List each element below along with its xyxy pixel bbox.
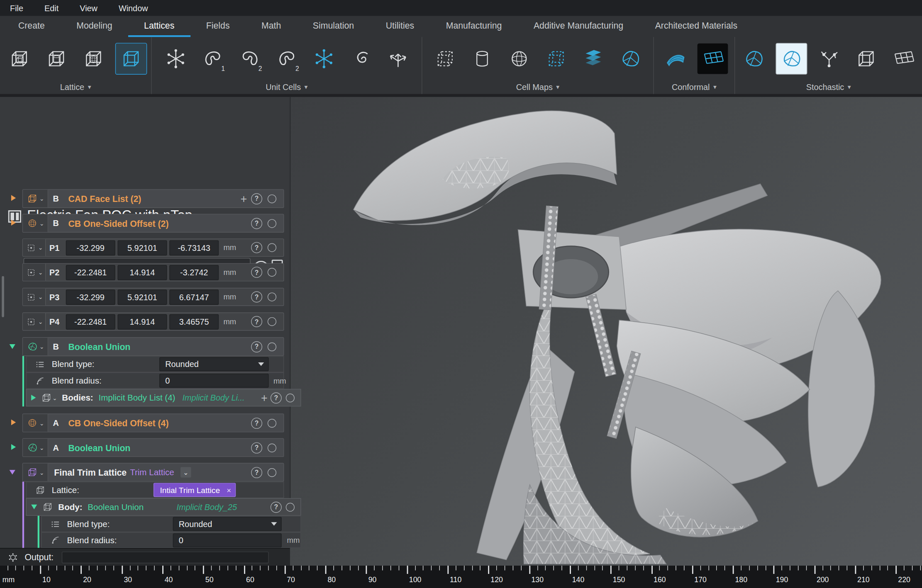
blend-radius-input[interactable]: 0 [159,374,269,388]
point-icon-box[interactable]: ⌄ [23,313,46,330]
block-row-boolean-union-a[interactable]: ⌄ A Boolean Union ? [22,438,284,457]
block-type-label[interactable]: Trim Lattice [130,468,174,477]
tool-stochastic-boxed-mesh-button[interactable] [776,43,807,74]
tool-cell-map-cylinder-button[interactable] [467,43,498,74]
coord-x-field[interactable]: -32.299 [66,289,115,305]
tab-manufacturing[interactable]: Manufacturing [430,16,517,37]
block-row-cb-offset-2[interactable]: ⌄ B CB One-Sided Offset (2) ? [22,214,284,233]
block-label[interactable]: Boolean Union [68,442,130,452]
display-toggle-icon[interactable] [268,194,276,203]
tool-conformal-surface-button[interactable] [660,43,691,74]
blend-type-dropdown[interactable]: Rounded [159,357,269,371]
block-type-icon-box[interactable]: ⌄ [23,439,48,456]
help-icon[interactable]: ? [251,267,262,278]
expander-expanded[interactable] [31,505,37,509]
display-toggle-icon[interactable] [286,503,295,511]
help-icon[interactable]: ? [251,467,262,478]
menu-edit[interactable]: Edit [34,3,69,13]
panel-scrollbar[interactable] [2,276,4,317]
expander-collapsed[interactable] [11,419,16,425]
tool-stochastic-lattice-button[interactable] [851,43,882,74]
block-type-icon-box[interactable]: ⌄ [23,464,48,481]
expander-collapsed[interactable] [11,444,16,450]
block-label[interactable]: Boolean Union [68,342,130,352]
implicit-body-list-link[interactable]: Implicit Body List (4) [98,393,175,403]
block-row-final-trim-lattice[interactable]: ⌄ Final Trim Lattice Trim Lattice ⌄ ? [22,463,284,481]
group-label-unit-cells[interactable]: Unit Cells▾ [152,80,422,94]
display-toggle-icon[interactable] [268,243,276,252]
block-type-icon-box[interactable]: ⌄ [23,338,48,355]
plus-icon[interactable]: + [240,193,247,204]
expander-expanded[interactable] [10,470,15,474]
help-icon[interactable]: ? [251,242,262,253]
display-toggle-icon[interactable] [268,342,276,351]
block-type-icon-box[interactable]: ⌄ [23,214,48,232]
display-toggle-icon[interactable] [268,443,276,452]
tab-simulation[interactable]: Simulation [297,16,370,37]
coord-y-field[interactable]: 14.914 [117,265,167,280]
lattice-variable-chip[interactable]: Intial Trim Lattice× [154,483,236,497]
tool-stochastic-tree-button[interactable] [814,43,844,74]
coord-z-field[interactable]: -6.73143 [169,240,219,255]
tool-lattice-sphere-button[interactable] [78,43,109,74]
block-label[interactable]: Final Trim Lattice [54,467,127,477]
tool-unit-cell-blob2-button[interactable]: 2 [234,43,265,74]
help-icon[interactable]: ? [251,442,262,453]
tab-architected-materials[interactable]: Architected Materials [639,16,753,37]
close-icon[interactable]: × [227,486,231,494]
tab-additive-manufacturing[interactable]: Additive Manufacturing [518,16,639,37]
3d-viewport[interactable] [290,97,922,566]
coord-y-field[interactable]: 5.92101 [117,289,167,305]
display-toggle-icon[interactable] [268,268,276,277]
tool-cell-map-sphere-button[interactable] [504,43,534,74]
display-toggle-icon[interactable] [268,292,276,301]
tool-cell-map-box-button[interactable] [430,43,461,74]
menu-view[interactable]: View [69,3,108,13]
group-label-cell-maps[interactable]: Cell Maps▾ [422,80,653,94]
body-row[interactable]: Body: Boolean Union Implicit Body_25 ? [26,498,301,515]
tab-modeling[interactable]: Modeling [61,16,128,37]
tool-stochastic-skew-button[interactable] [888,43,919,74]
tool-unit-cell-blob3-button[interactable]: 2 [271,43,302,74]
point-icon-box[interactable]: ⌄ [23,239,46,256]
coord-z-field[interactable]: 3.46575 [169,314,219,329]
help-icon[interactable]: ? [251,193,262,204]
point-row-p4[interactable]: ⌄ P4 -22.2481 14.914 3.46575 mm ? [22,313,284,331]
help-icon[interactable]: ? [271,501,282,513]
coord-x-field[interactable]: -32.299 [66,240,115,255]
tool-cell-map-custom-button[interactable] [541,43,572,74]
type-dropdown[interactable]: ⌄ [180,467,191,477]
point-row-p3[interactable]: ⌄ P3 -32.299 5.92101 6.67147 mm ? [22,288,284,306]
coord-y-field[interactable]: 5.92101 [117,240,167,255]
block-row-cad-face-list[interactable]: ⌄ B CAD Face List (2) + ? [22,189,284,208]
tab-create[interactable]: Create [2,16,61,37]
block-row-boolean-union-b[interactable]: ⌄ B Boolean Union ? [22,337,284,356]
coord-z-field[interactable]: -3.2742 [169,265,219,280]
tool-conformal-volume-button[interactable] [698,43,728,74]
blend-radius-input[interactable]: 0 [173,533,282,547]
help-icon[interactable]: ? [251,417,262,428]
coord-x-field[interactable]: -22.2481 [66,314,115,329]
tool-lattice-body-button[interactable] [4,43,35,74]
group-label-conformal[interactable]: Conformal▾ [654,80,734,94]
display-toggle-icon[interactable] [268,317,276,326]
help-icon[interactable]: ? [251,218,262,229]
tab-lattices[interactable]: Lattices [128,16,190,37]
menu-file[interactable]: File [0,3,34,13]
tool-unit-cell-graph-button[interactable] [383,43,413,74]
group-label-lattice[interactable]: Lattice▾ [0,80,151,94]
tool-lattice-cylinder-button[interactable] [41,43,72,74]
tool-stochastic-mesh-button[interactable] [739,43,769,74]
expander-collapsed[interactable] [11,195,16,201]
tool-unit-cell-directions-button[interactable] [308,43,339,74]
tab-utilities[interactable]: Utilities [370,16,430,37]
coord-z-field[interactable]: 6.67147 [169,289,219,305]
output-field[interactable] [62,551,269,563]
tool-lattice-selected-button[interactable] [115,43,147,74]
expander-expanded[interactable] [10,344,15,349]
coord-x-field[interactable]: -22.2481 [66,265,115,280]
tab-fields[interactable]: Fields [190,16,246,37]
coord-y-field[interactable]: 14.914 [117,314,167,329]
tab-math[interactable]: Math [246,16,297,37]
help-icon[interactable]: ? [251,292,262,303]
